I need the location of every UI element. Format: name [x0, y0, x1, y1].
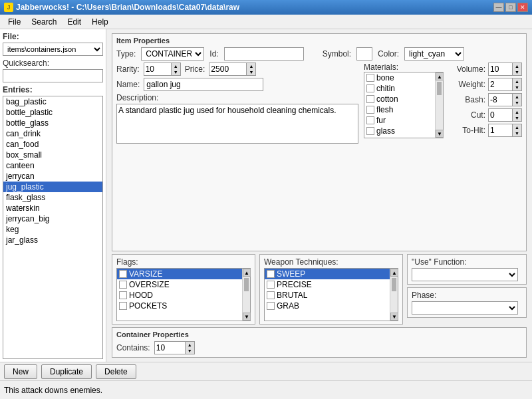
entry-jerrycan-big[interactable]: jerrycan_big [3, 213, 102, 224]
price-input[interactable] [209, 63, 246, 75]
delete-button[interactable]: Delete [96, 364, 136, 379]
file-label: File: [3, 32, 103, 41]
tohit-label: To-Hit: [449, 126, 485, 135]
name-input[interactable] [144, 78, 263, 91]
price-spinner[interactable]: ▲ ▼ [209, 63, 256, 76]
description-input[interactable]: A standard plastic jug used for househol… [116, 104, 358, 144]
volume-up[interactable]: ▲ [512, 63, 521, 69]
rarity-input[interactable] [144, 63, 171, 75]
mat-glass[interactable]: glass [364, 126, 435, 136]
flag-hood[interactable]: HOOD [117, 290, 242, 301]
weapon-tech-label: Weapon Techniques: [264, 257, 338, 267]
weight-down[interactable]: ▼ [512, 84, 521, 90]
minimize-button[interactable]: — [493, 3, 504, 12]
mat-flesh[interactable]: flesh [364, 104, 435, 115]
entry-canteen[interactable]: canteen [3, 160, 102, 171]
entry-waterskin[interactable]: waterskin [3, 203, 102, 213]
flags-scroll-up[interactable]: ▲ [243, 269, 251, 277]
type-dropdown[interactable]: CONTAINER [141, 47, 204, 61]
price-down[interactable]: ▼ [246, 69, 255, 75]
bash-up[interactable]: ▲ [512, 94, 521, 100]
materials-scroll-up[interactable]: ▲ [436, 72, 444, 80]
entry-bottle-plastic[interactable]: bottle_plastic [3, 107, 102, 118]
entry-jug-plastic[interactable]: jug_plastic [3, 182, 102, 192]
tohit-input[interactable] [489, 124, 512, 136]
description-label: Description: [116, 93, 158, 102]
phase-dropdown[interactable] [412, 301, 518, 315]
mat-cotton[interactable]: cotton [364, 94, 435, 104]
entry-jerrycan[interactable]: jerrycan [3, 171, 102, 182]
weapon-precise[interactable]: PRECISE [265, 279, 390, 290]
flags-label: Flags: [116, 257, 138, 267]
contains-down[interactable]: ▼ [185, 348, 194, 354]
maximize-button[interactable]: □ [505, 3, 516, 12]
use-phase-column: "Use" Function: Phase: [407, 254, 527, 325]
use-function-dropdown[interactable] [412, 268, 518, 281]
flags-scroll-down[interactable]: ▼ [243, 313, 251, 321]
entries-list: bag_plastic bottle_plastic bottle_glass … [3, 96, 103, 359]
color-dropdown[interactable]: light_cyan [404, 47, 464, 61]
duplicate-button[interactable]: Duplicate [41, 364, 92, 379]
weapon-sweep[interactable]: SWEEP [265, 269, 390, 279]
symbol-label: Symbol: [323, 49, 351, 59]
weapon-grab[interactable]: GRAB [265, 301, 390, 311]
contains-up[interactable]: ▲ [185, 342, 194, 348]
mat-chitin[interactable]: chitin [364, 83, 435, 94]
volume-input[interactable] [489, 63, 512, 75]
weapon-scroll-up[interactable]: ▲ [390, 269, 398, 277]
flag-varsize[interactable]: VARSIZE [117, 269, 242, 279]
entry-box-small[interactable]: box_small [3, 150, 102, 160]
symbol-input[interactable] [356, 47, 372, 61]
entry-bag-plastic[interactable]: bag_plastic [3, 96, 102, 107]
weight-spinner[interactable]: ▲ ▼ [488, 78, 522, 91]
rarity-down[interactable]: ▼ [171, 69, 180, 75]
entry-flask-glass[interactable]: flask_glass [3, 192, 102, 203]
entry-can-drink[interactable]: can_drink [3, 128, 102, 139]
bash-spinner[interactable]: ▲ ▼ [488, 93, 522, 106]
entry-bottle-glass[interactable]: bottle_glass [3, 118, 102, 128]
menu-help[interactable]: Help [86, 16, 114, 28]
tohit-down[interactable]: ▼ [512, 130, 521, 136]
menu-edit[interactable]: Edit [62, 16, 86, 28]
rarity-spinner[interactable]: ▲ ▼ [144, 63, 181, 76]
type-label: Type: [116, 49, 136, 59]
weapon-scroll-down[interactable]: ▼ [390, 313, 398, 321]
materials-scroll-down[interactable]: ▼ [436, 130, 444, 138]
contains-input[interactable] [155, 342, 185, 354]
cut-down[interactable]: ▼ [512, 115, 521, 121]
flag-oversize[interactable]: OVERSIZE [117, 279, 242, 290]
volume-spinner[interactable]: ▲ ▼ [488, 63, 522, 76]
mat-hflesh[interactable]: hflesh [364, 136, 435, 138]
mat-fur[interactable]: fur [364, 115, 435, 126]
cut-spinner[interactable]: ▲ ▼ [488, 108, 522, 122]
menu-search[interactable]: Search [26, 16, 62, 28]
mat-bone[interactable]: bone [364, 72, 435, 83]
tohit-up[interactable]: ▲ [512, 124, 521, 130]
container-properties-section: Container Properties Contains: ▲ ▼ [112, 327, 527, 358]
bottom-buttons: New Duplicate Delete [0, 362, 532, 380]
weight-up[interactable]: ▲ [512, 78, 521, 84]
entry-keg[interactable]: keg [3, 224, 102, 235]
entry-jar-glass[interactable]: jar_glass [3, 235, 102, 245]
volume-down[interactable]: ▼ [512, 69, 521, 75]
flag-pockets[interactable]: POCKETS [117, 301, 242, 311]
bash-down[interactable]: ▼ [512, 100, 521, 106]
use-function-section: "Use" Function: [407, 254, 527, 285]
menu-file[interactable]: File [3, 16, 26, 28]
file-select[interactable]: items\containers.json [3, 43, 103, 56]
close-button[interactable]: ✕ [517, 3, 528, 12]
cut-up[interactable]: ▲ [512, 109, 521, 115]
new-button[interactable]: New [4, 364, 37, 379]
bash-label: Bash: [449, 95, 485, 104]
cut-input[interactable] [489, 109, 512, 121]
price-up[interactable]: ▲ [246, 63, 255, 69]
tohit-spinner[interactable]: ▲ ▼ [488, 124, 522, 137]
weight-input[interactable] [489, 78, 512, 90]
bash-input[interactable] [489, 94, 512, 106]
rarity-up[interactable]: ▲ [171, 63, 180, 69]
quicksearch-input[interactable] [3, 69, 103, 82]
contains-spinner[interactable]: ▲ ▼ [154, 341, 195, 354]
entry-can-food[interactable]: can_food [3, 139, 102, 150]
id-input[interactable] [224, 47, 304, 61]
weapon-brutal[interactable]: BRUTAL [265, 290, 390, 301]
